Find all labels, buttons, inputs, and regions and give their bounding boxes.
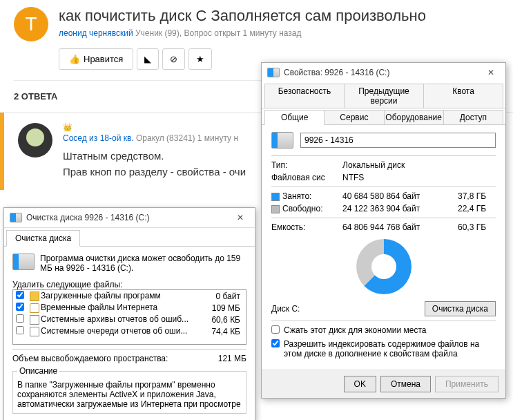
fs-value: NTFS	[342, 173, 496, 182]
file-checkbox[interactable]	[16, 291, 24, 299]
free-swatch	[271, 205, 280, 213]
tab-Квота[interactable]: Квота	[423, 84, 503, 108]
block-button[interactable]: ⊘	[162, 48, 185, 70]
file-checkbox[interactable]	[16, 326, 24, 334]
freed-value: 121 МБ	[218, 354, 246, 363]
tab-Оборудование[interactable]: Оборудование	[384, 110, 444, 125]
free-gb: 22,4 ГБ	[458, 204, 496, 213]
drive-icon	[271, 132, 293, 149]
index-checkbox[interactable]	[271, 339, 280, 347]
thumb-icon: 👍	[69, 54, 80, 64]
file-checkbox[interactable]	[16, 314, 24, 323]
bookmark-icon: ◣	[144, 54, 151, 64]
capacity-bytes: 64 806 944 768 байт	[342, 222, 452, 232]
cleanup-button[interactable]: Очистка диска	[425, 301, 496, 316]
file-row[interactable]: Системные очереди отчетов об оши...74,4 …	[13, 325, 246, 337]
tab-Доступ[interactable]: Доступ	[443, 110, 503, 125]
answerer-avatar	[18, 123, 52, 158]
free-bytes: 24 122 363 904 байт	[342, 204, 452, 213]
tab-Безопасность[interactable]: Безопасность	[264, 84, 345, 108]
apply-button[interactable]: Применить	[435, 376, 499, 392]
cancel-button[interactable]: Отмена	[380, 376, 431, 392]
disk-cleanup-window: Очистка диска 9926 - 14316 (C:) ✕ Очистк…	[3, 207, 255, 420]
drive-icon	[12, 254, 35, 270]
drive-label: Диск C:	[271, 304, 300, 314]
asker-link[interactable]: леонид чернявский	[59, 28, 133, 38]
drive-icon	[267, 68, 280, 77]
used-bytes: 40 684 580 864 байт	[342, 191, 452, 201]
tab-Общие[interactable]: Общие	[264, 110, 325, 125]
compress-checkbox[interactable]	[271, 325, 280, 334]
capacity-gb: 60,3 ГБ	[458, 222, 496, 232]
close-button[interactable]: ✕	[482, 66, 500, 79]
file-list[interactable]: Загруженные файлы программ0 байтВременны…	[12, 289, 246, 345]
asker-avatar: Т	[14, 7, 48, 41]
drive-properties-window: Свойства: 9926 - 14316 (C:) ✕ Безопаснос…	[261, 62, 506, 399]
like-button[interactable]: 👍Нравится	[59, 48, 133, 70]
question-title: как почистить диск С Заполняется сам про…	[59, 7, 499, 25]
tab-cleanup[interactable]: Очистка диска	[6, 230, 80, 247]
bookmark-button[interactable]: ◣	[137, 48, 159, 70]
properties-titlebar[interactable]: Свойства: 9926 - 14316 (C:) ✕	[262, 63, 505, 82]
cleanup-title: Очистка диска 9926 - 14316 (C:)	[26, 213, 150, 222]
fs-label: Файловая сис	[271, 173, 337, 182]
star-icon: ★	[196, 54, 204, 64]
question-meta: леонид чернявский Ученик (99), Вопрос от…	[59, 28, 499, 38]
tab-Сервис[interactable]: Сервис	[324, 110, 384, 125]
usage-chart	[356, 239, 412, 294]
cleanup-titlebar[interactable]: Очистка диска 9926 - 14316 (C:) ✕	[4, 208, 255, 228]
index-label: Разрешить индексировать содержимое файло…	[284, 339, 496, 359]
folder-icon	[30, 292, 39, 301]
cleanup-description: Программа очистки диска может освободить…	[40, 254, 246, 273]
freed-label: Объем высвобождаемого пространства:	[12, 354, 168, 363]
drive-icon	[10, 213, 22, 222]
file-row[interactable]: Временные файлы Интернета109 МБ	[13, 302, 246, 314]
used-gb: 37,8 ГБ	[458, 191, 496, 201]
file-row[interactable]: Системные архивы отчетов об ошиб...60,6 …	[13, 314, 246, 325]
block-icon: ⊘	[170, 54, 177, 64]
ok-button[interactable]: OK	[344, 376, 376, 392]
doc-icon	[30, 327, 39, 336]
doc-icon	[30, 315, 39, 325]
close-button[interactable]: ✕	[231, 211, 249, 224]
lock-icon	[30, 303, 39, 313]
tab-Предыдущие версии[interactable]: Предыдущие версии	[344, 84, 424, 108]
answerer-link[interactable]: Сосед из 18-ой кв.	[63, 133, 134, 143]
type-label: Тип:	[271, 160, 337, 170]
type-value: Локальный диск	[342, 160, 496, 170]
description-group: Описание В папке "Загруженные файлы прог…	[12, 366, 246, 414]
star-button[interactable]: ★	[188, 48, 212, 70]
file-checkbox[interactable]	[16, 303, 24, 311]
file-list-label: Удалить следующие файлы:	[12, 280, 246, 289]
drive-name-input[interactable]	[300, 133, 496, 148]
capacity-label: Емкость:	[271, 222, 337, 232]
file-row[interactable]: Загруженные файлы программ0 байт	[13, 290, 246, 302]
compress-label: Сжать этот диск для экономии места	[284, 325, 426, 335]
used-swatch	[271, 193, 280, 201]
